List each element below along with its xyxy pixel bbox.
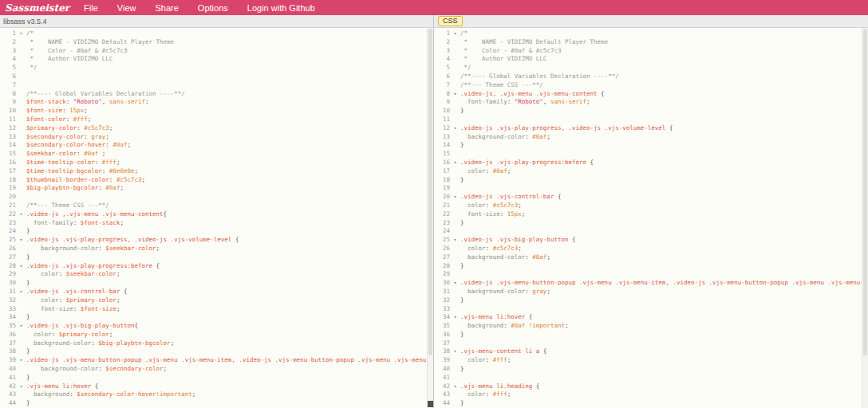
code-line[interactable]: 40} — [434, 365, 868, 374]
code-line[interactable]: 43 color: #fff; — [434, 390, 868, 399]
code-line[interactable]: 41 — [434, 374, 868, 382]
code-line[interactable]: 18$thumbnail-border-color: #c5c7c3; — [0, 176, 433, 185]
code-line[interactable]: 39 color: #fff; — [434, 356, 868, 365]
code-line[interactable]: 25▾.video-js .vjs-play-progress, .video-… — [0, 236, 433, 245]
code-line[interactable]: 22 font-size: 15px; — [434, 210, 868, 219]
code-line[interactable]: 5 */ — [434, 64, 868, 73]
code-line[interactable]: 26 color: #c5c7c3; — [434, 245, 868, 253]
code-line[interactable]: 14$secondary-color-hover: #0af; — [0, 141, 433, 150]
fold-marker-icon[interactable]: ▾ — [16, 322, 26, 331]
code-line[interactable]: 32 color: $primary-color; — [0, 296, 433, 305]
code-line[interactable]: 12▾.video-js .vjs-play-progress, .video-… — [434, 124, 868, 133]
code-line[interactable]: 6 — [0, 73, 433, 81]
code-line[interactable]: 3 * Color - #0af & #c5c7c3 — [434, 47, 868, 56]
code-line[interactable]: 31 background-color: gray; — [434, 288, 868, 296]
fold-marker-icon[interactable]: ▾ — [450, 29, 460, 38]
fold-marker-icon[interactable]: ▾ — [450, 279, 460, 288]
code-line[interactable]: 24} — [0, 227, 433, 236]
code-line[interactable]: 44} — [0, 399, 433, 408]
nav-item-share[interactable]: Share — [156, 3, 179, 13]
nav-item-options[interactable]: Options — [198, 3, 228, 13]
code-line[interactable]: 17 color: #0af; — [434, 167, 868, 176]
fold-marker-icon[interactable]: ▾ — [16, 288, 26, 296]
code-line[interactable]: 7/**--- Theme CSS ---**/ — [434, 81, 868, 90]
code-line[interactable]: 1▾/* — [434, 29, 868, 38]
css-output-tab[interactable]: CSS — [438, 16, 463, 26]
code-line[interactable]: 36 color: $primary-color; — [0, 331, 433, 339]
code-line[interactable]: 42▾.vjs-menu li.heading { — [434, 382, 868, 391]
code-line[interactable]: 31▾.video-js .vjs-control-bar { — [0, 288, 433, 296]
code-line[interactable]: 40 background-color: $secondary-color; — [0, 365, 433, 374]
code-line[interactable]: 30} — [0, 279, 433, 288]
code-line[interactable]: 11$font-color: #fff; — [0, 116, 433, 124]
right-editor-scrollbar[interactable] — [862, 28, 868, 408]
code-line[interactable]: 8▾.video-js, .vjs-menu .vjs-menu-content… — [434, 90, 868, 99]
code-line[interactable]: 38} — [0, 347, 433, 356]
code-line[interactable]: 34▾.vjs-menu li:hover { — [434, 313, 868, 322]
code-line[interactable]: 24 — [434, 227, 868, 236]
code-line[interactable]: 32} — [434, 296, 868, 305]
right-scrollbar-thumb[interactable] — [863, 29, 867, 355]
code-line[interactable]: 21/**--- Theme CSS ---**/ — [0, 202, 433, 210]
css-output-pane[interactable]: 1▾/*2 * NAME - VIDIZMO Default Player Th… — [434, 28, 868, 408]
code-line[interactable]: 6/**---- Global Variables Declaration --… — [434, 73, 868, 81]
fold-marker-icon[interactable]: ▾ — [16, 262, 26, 271]
code-line[interactable]: 8/**---- Global Variables Declaration --… — [0, 90, 433, 99]
code-line[interactable]: 13 background-color: #0af; — [434, 133, 868, 142]
fold-marker-icon[interactable]: ▾ — [450, 159, 460, 167]
code-line[interactable]: 37 — [434, 339, 868, 348]
code-line[interactable]: 28} — [434, 262, 868, 271]
code-line[interactable]: 27 background-color: #0af; — [434, 253, 868, 262]
code-line[interactable]: 17$time-tooltip-bgcolor: #0e0e0e; — [0, 167, 433, 176]
fold-marker-icon[interactable]: ▾ — [450, 382, 460, 391]
code-line[interactable]: 3 * Color - #0af & #c5c7c3 — [0, 47, 433, 56]
code-line[interactable]: 35 background: #0af !important; — [434, 322, 868, 331]
code-line[interactable]: 38▾.vjs-menu-content li a { — [434, 347, 868, 356]
fold-marker-icon[interactable]: ▾ — [450, 124, 460, 133]
code-line[interactable]: 25▾.video-js .vjs-big-play-button { — [434, 236, 868, 245]
code-line[interactable]: 15 — [434, 150, 868, 159]
fold-marker-icon[interactable]: ▾ — [450, 193, 460, 202]
code-line[interactable]: 20▾.video-js .vjs-control-bar { — [434, 193, 868, 202]
scss-editor-pane[interactable]: 1▾/*2 * NAME - VIDIZMO Default Player Th… — [0, 28, 434, 408]
code-line[interactable]: 20 — [0, 193, 433, 202]
code-line[interactable]: 36} — [434, 331, 868, 339]
code-line[interactable]: 34} — [0, 313, 433, 322]
code-line[interactable]: 27} — [0, 253, 433, 262]
fold-marker-icon[interactable]: ▾ — [450, 90, 460, 99]
nav-item-view[interactable]: View — [117, 3, 136, 13]
code-line[interactable]: 33 — [434, 305, 868, 314]
code-line[interactable]: 21 color: #c5c7c3; — [434, 202, 868, 210]
code-line[interactable]: 19 — [434, 184, 868, 193]
code-line[interactable]: 2 * NAME - VIDIZMO Default Player Theme — [434, 38, 868, 47]
left-scrollbar-thumb[interactable] — [428, 29, 432, 355]
code-line[interactable]: 42▾.vjs-menu li:hover { — [0, 382, 433, 391]
code-line[interactable]: 22▾.video-js ,.vjs-menu .vjs-menu-conten… — [0, 210, 433, 219]
scss-editor[interactable]: 1▾/*2 * NAME - VIDIZMO Default Player Th… — [0, 28, 433, 408]
fold-marker-icon[interactable]: ▾ — [450, 236, 460, 245]
code-line[interactable]: 41} — [0, 374, 433, 382]
code-line[interactable]: 16▾.video-js .vjs-play-progress:before { — [434, 159, 868, 167]
code-line[interactable]: 2 * NAME - VIDIZMO Default Player Theme — [0, 38, 433, 47]
css-output-editor[interactable]: 1▾/*2 * NAME - VIDIZMO Default Player Th… — [434, 28, 868, 408]
code-line[interactable]: 29 — [434, 270, 868, 279]
code-line[interactable]: 1▾/* — [0, 29, 433, 38]
fold-marker-icon[interactable]: ▾ — [450, 347, 460, 356]
nav-item-file[interactable]: File — [84, 3, 98, 13]
code-line[interactable]: 43 background: $secondary-color-hover!im… — [0, 390, 433, 399]
code-line[interactable]: 11 — [434, 116, 868, 124]
sassmeister-logo[interactable]: Sassmeister — [5, 2, 69, 14]
code-line[interactable]: 5 */ — [0, 64, 433, 73]
code-line[interactable]: 30▾.video-js .vjs-menu-button-popup .vjs… — [434, 279, 868, 288]
code-line[interactable]: 4 * Author VIDIZMO LLC — [434, 55, 868, 64]
left-editor-scrollbar[interactable] — [427, 28, 433, 408]
code-line[interactable]: 19$big-playbtn-bgcolor: #0af; — [0, 184, 433, 193]
code-line[interactable]: 9 font-family: "Roboto", sans-serif; — [434, 98, 868, 107]
code-line[interactable]: 39▾.video-js .vjs-menu-button-popup .vjs… — [0, 356, 433, 365]
nav-item-login-with-github[interactable]: Login with Github — [247, 3, 315, 13]
code-line[interactable]: 14} — [434, 141, 868, 150]
fold-marker-icon[interactable]: ▾ — [16, 382, 26, 391]
code-line[interactable]: 29 color: $seekbar-color; — [0, 270, 433, 279]
code-line[interactable]: 23} — [434, 219, 868, 228]
code-line[interactable]: 13$secondary-color: gray; — [0, 133, 433, 142]
